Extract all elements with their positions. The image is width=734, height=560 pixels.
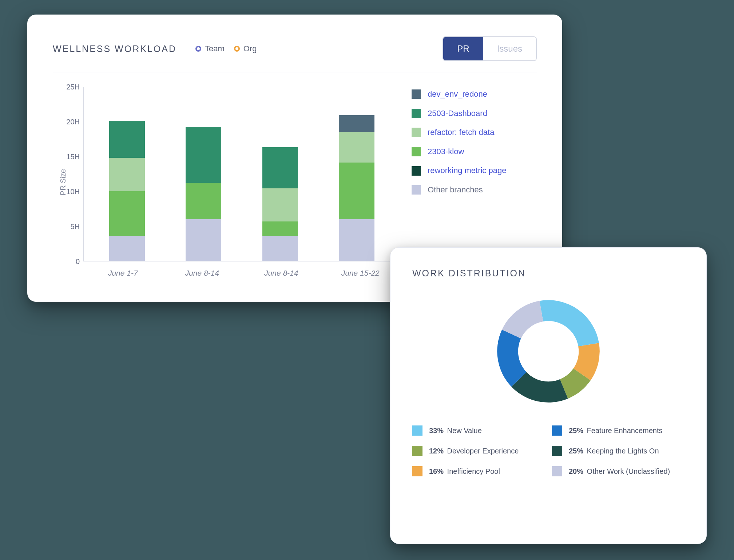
- swatch-icon: [412, 128, 421, 137]
- distribution-legend-label: Keeping the Lights On: [585, 447, 659, 455]
- bar-segment: [109, 236, 145, 261]
- bar[interactable]: [186, 127, 221, 261]
- bar-legend-label: Other branches: [428, 185, 483, 195]
- distribution-legend-label: New Value: [445, 427, 482, 435]
- bar-segment: [262, 236, 298, 261]
- bar-segment: [109, 121, 145, 158]
- plot-area: [83, 87, 400, 261]
- x-ticks: June 1-7June 8-14June 8-14June 15-22: [83, 261, 400, 277]
- scope-legend: Team Org: [195, 44, 257, 53]
- bar-chart: PR Size 05H10H15H20H25H June 1-7June 8-1…: [53, 87, 402, 277]
- swatch-icon: [412, 166, 421, 176]
- swatch-icon: [412, 446, 422, 456]
- distribution-legend-text: 20% Other Work (Unclassified): [569, 467, 670, 476]
- donut-wrap: [412, 279, 685, 420]
- bar-segment: [262, 188, 298, 221]
- scope-team-label: Team: [205, 44, 225, 53]
- distribution-legend-label: Feature Enhancements: [585, 427, 662, 435]
- x-tick: June 8-14: [176, 269, 227, 277]
- distribution-legend-pct: 25%: [569, 447, 583, 455]
- work-distribution-card: WORK DISTRIBUTION 33% New Value25% Featu…: [390, 247, 707, 544]
- y-ticks: 05H10H15H20H25H: [61, 87, 80, 261]
- bar[interactable]: [262, 147, 298, 261]
- x-tick: June 15-22: [335, 269, 386, 277]
- bar-segment: [339, 219, 374, 261]
- bar-segment: [339, 115, 374, 132]
- distribution-legend-pct: 12%: [429, 447, 444, 455]
- distribution-legend-text: 33% New Value: [429, 427, 482, 435]
- bar-segment: [339, 132, 374, 163]
- distribution-legend-text: 16% Inefficiency Pool: [429, 467, 500, 476]
- scope-org-label: Org: [243, 44, 257, 53]
- tab-pr[interactable]: PR: [443, 37, 483, 60]
- distribution-legend-label: Inefficiency Pool: [445, 467, 500, 475]
- distribution-legend-text: 25% Feature Enhancements: [569, 427, 663, 435]
- swatch-icon: [412, 89, 421, 99]
- distribution-legend-item[interactable]: 16% Inefficiency Pool: [412, 466, 545, 476]
- bar-legend-item[interactable]: Other branches: [412, 185, 537, 195]
- distribution-legend-item[interactable]: 25% Keeping the Lights On: [552, 446, 685, 456]
- tab-issues[interactable]: Issues: [483, 37, 536, 60]
- distribution-legend-pct: 33%: [429, 427, 444, 435]
- bar-legend-label: refactor: fetch data: [428, 127, 494, 138]
- bar-legend-label: reworking metric page: [428, 165, 506, 176]
- distribution-legend-text: 12% Developer Experience: [429, 447, 519, 455]
- bar-legend-label: 2503-Dashboard: [428, 108, 487, 119]
- swatch-icon: [552, 466, 562, 476]
- distribution-legend-item[interactable]: 33% New Value: [412, 425, 545, 436]
- swatch-icon: [412, 185, 421, 195]
- bar-legend-item[interactable]: 2303-klow: [412, 147, 537, 157]
- bar-segment: [339, 163, 374, 219]
- swatch-icon: [412, 425, 422, 436]
- bar-segment: [109, 191, 145, 236]
- distribution-legend-item[interactable]: 25% Feature Enhancements: [552, 425, 685, 436]
- swatch-icon: [412, 466, 422, 476]
- x-tick: June 1-7: [98, 269, 148, 277]
- tab-group: PR Issues: [443, 36, 537, 61]
- bar-legend-label: 2303-klow: [428, 147, 464, 157]
- distribution-legend-pct: 25%: [569, 427, 583, 435]
- donut-segment[interactable]: [540, 300, 599, 346]
- wellness-title: WELLNESS WORKLOAD: [53, 44, 176, 54]
- bar-legend-item[interactable]: reworking metric page: [412, 165, 537, 176]
- distribution-legend-text: 25% Keeping the Lights On: [569, 447, 659, 455]
- distribution-legend-pct: 20%: [569, 467, 583, 475]
- x-tick: June 8-14: [256, 269, 307, 277]
- bar-legend-label: dev_env_redone: [428, 89, 487, 100]
- circle-icon: [234, 46, 240, 52]
- bar-segment: [186, 219, 221, 261]
- bar-segment: [262, 221, 298, 236]
- distribution-legend-item[interactable]: 12% Developer Experience: [412, 446, 545, 456]
- bar-segment: [262, 147, 298, 188]
- scope-org[interactable]: Org: [234, 44, 257, 53]
- distribution-legend-pct: 16%: [429, 467, 444, 475]
- distribution-legend: 33% New Value25% Feature Enhancements12%…: [412, 420, 685, 476]
- swatch-icon: [552, 425, 562, 436]
- wellness-header: WELLNESS WORKLOAD Team Org PR Issues: [53, 36, 537, 72]
- donut-chart: [490, 293, 607, 409]
- bar-segment: [186, 183, 221, 219]
- work-distribution-title: WORK DISTRIBUTION: [412, 268, 685, 279]
- wellness-chart-body: PR Size 05H10H15H20H25H June 1-7June 8-1…: [53, 72, 537, 277]
- bar-legend-item[interactable]: refactor: fetch data: [412, 127, 537, 138]
- scope-team[interactable]: Team: [195, 44, 225, 53]
- swatch-icon: [412, 109, 421, 118]
- wellness-header-left: WELLNESS WORKLOAD Team Org: [53, 44, 257, 54]
- bar-legend-item[interactable]: dev_env_redone: [412, 89, 537, 100]
- bar[interactable]: [109, 121, 145, 261]
- bar[interactable]: [339, 115, 374, 261]
- bar-segment: [186, 127, 221, 183]
- circle-icon: [195, 46, 201, 52]
- distribution-legend-label: Other Work (Unclassified): [585, 467, 670, 475]
- swatch-icon: [552, 446, 562, 456]
- distribution-legend-label: Developer Experience: [445, 447, 519, 455]
- bar-legend-item[interactable]: 2503-Dashboard: [412, 108, 537, 119]
- distribution-legend-item[interactable]: 20% Other Work (Unclassified): [552, 466, 685, 476]
- bar-segment: [109, 158, 145, 191]
- swatch-icon: [412, 147, 421, 156]
